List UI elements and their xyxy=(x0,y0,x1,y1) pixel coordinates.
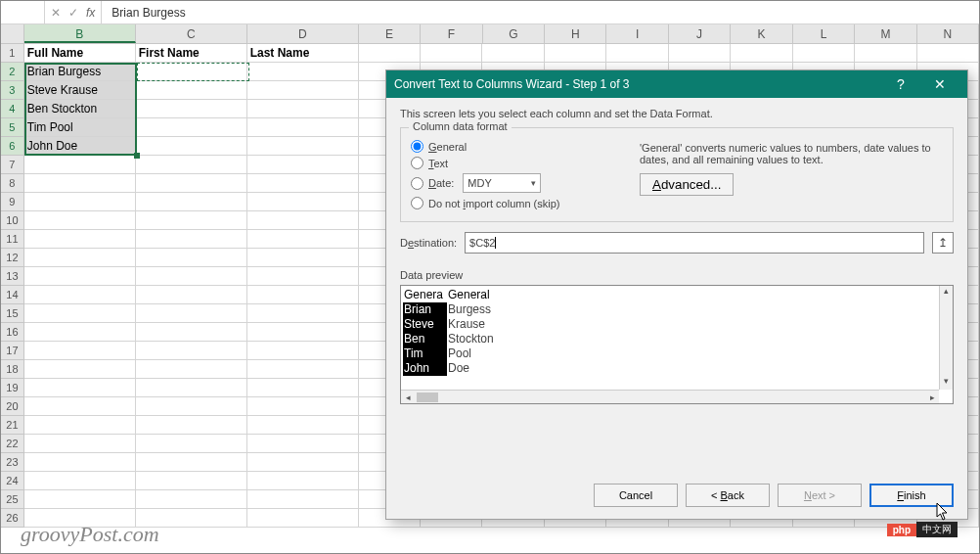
row-header-16[interactable]: 16 xyxy=(1,323,24,342)
range-picker-button[interactable]: ↥ xyxy=(932,232,954,254)
row-header-7[interactable]: 7 xyxy=(1,156,24,174)
cell-B1[interactable]: Full Name xyxy=(24,44,136,63)
cell-rest[interactable] xyxy=(247,397,359,416)
cell-D2[interactable] xyxy=(247,63,359,81)
date-format-select[interactable]: MDY ▾ xyxy=(463,173,541,193)
row-header-15[interactable]: 15 xyxy=(1,304,24,323)
back-button[interactable]: < Back xyxy=(686,484,770,507)
cell-rest[interactable] xyxy=(247,435,359,453)
preview-vscrollbar[interactable]: ▴▾ xyxy=(939,286,953,390)
row-header-21[interactable]: 21 xyxy=(1,416,24,435)
cell-rest[interactable] xyxy=(136,379,247,397)
row-header-3[interactable]: 3 xyxy=(1,81,24,100)
cell-rest[interactable] xyxy=(247,249,359,267)
cell-B3[interactable]: Steve Krause xyxy=(24,81,136,100)
row-header-18[interactable]: 18 xyxy=(1,360,24,379)
scroll-thumb[interactable] xyxy=(417,392,438,402)
finish-button[interactable]: Finish xyxy=(869,484,954,507)
cell-B4[interactable]: Ben Stockton xyxy=(24,100,136,118)
cell-rest[interactable] xyxy=(24,249,136,267)
cell-rest[interactable] xyxy=(136,323,247,342)
radio-date-input[interactable] xyxy=(411,177,423,190)
cell-rest[interactable] xyxy=(247,342,359,360)
cell-rest[interactable] xyxy=(247,193,359,211)
cell-rest[interactable] xyxy=(136,435,247,453)
cell-B2[interactable]: Brian Burgess xyxy=(24,63,136,81)
radio-text[interactable]: Text xyxy=(411,157,636,169)
col-header-J[interactable]: J xyxy=(669,24,731,43)
cell-rest[interactable] xyxy=(136,360,247,379)
cell-rest[interactable] xyxy=(136,453,247,472)
cell-rest[interactable] xyxy=(24,416,136,435)
destination-input[interactable]: $C$2 xyxy=(465,232,924,254)
row-header-4[interactable]: 4 xyxy=(1,100,24,118)
cell-rest[interactable] xyxy=(24,230,136,249)
cell-rest[interactable] xyxy=(136,230,247,249)
cell-rest[interactable] xyxy=(669,44,731,63)
cell-rest[interactable] xyxy=(247,472,359,490)
cell-rest[interactable] xyxy=(24,211,136,230)
cell-D1[interactable]: Last Name xyxy=(247,44,359,63)
col-header-H[interactable]: H xyxy=(545,24,606,43)
col-header-I[interactable]: I xyxy=(606,24,668,43)
cell-rest[interactable] xyxy=(136,397,247,416)
cell-rest[interactable] xyxy=(247,379,359,397)
cell-rest[interactable] xyxy=(24,323,136,342)
cell-rest[interactable] xyxy=(24,435,136,453)
select-all-corner[interactable] xyxy=(1,24,24,43)
cell-rest[interactable] xyxy=(24,453,136,472)
row-header-2[interactable]: 2 xyxy=(1,63,24,81)
cell-rest[interactable] xyxy=(136,472,247,490)
cell-rest[interactable] xyxy=(606,44,668,63)
cell-rest[interactable] xyxy=(247,490,359,509)
cell-rest[interactable] xyxy=(24,472,136,490)
cell-rest[interactable] xyxy=(247,211,359,230)
cell-rest[interactable] xyxy=(136,156,247,174)
cell-rest[interactable] xyxy=(247,323,359,342)
cell-rest[interactable] xyxy=(855,44,916,63)
row-header-10[interactable]: 10 xyxy=(1,211,24,230)
cell-rest[interactable] xyxy=(136,249,247,267)
row-header-9[interactable]: 9 xyxy=(1,193,24,211)
row-header-13[interactable]: 13 xyxy=(1,267,24,286)
col-header-D[interactable]: D xyxy=(247,24,359,43)
cell-rest[interactable] xyxy=(793,44,855,63)
close-button[interactable]: ✕ xyxy=(920,76,959,92)
scroll-right-icon[interactable]: ▸ xyxy=(925,392,939,402)
cell-B5[interactable]: Tim Pool xyxy=(24,118,136,137)
cell-C5[interactable] xyxy=(136,118,247,137)
col-header-M[interactable]: M xyxy=(855,24,916,43)
cell-C2[interactable] xyxy=(136,63,247,81)
row-header-6[interactable]: 6 xyxy=(1,137,24,156)
cell-rest[interactable] xyxy=(482,44,544,63)
scroll-up-icon[interactable]: ▴ xyxy=(944,286,949,300)
fx-icon[interactable]: fx xyxy=(86,6,95,20)
row-header-8[interactable]: 8 xyxy=(1,174,24,193)
cell-rest[interactable] xyxy=(136,267,247,286)
row-header-25[interactable]: 25 xyxy=(1,490,24,509)
cell-rest[interactable] xyxy=(247,509,359,528)
row-header-17[interactable]: 17 xyxy=(1,342,24,360)
row-header-14[interactable]: 14 xyxy=(1,286,24,304)
next-button[interactable]: Next > xyxy=(778,484,862,507)
radio-skip[interactable]: Do not import column (skip) xyxy=(411,197,636,209)
cell-rest[interactable] xyxy=(136,490,247,509)
cell-rest[interactable] xyxy=(24,397,136,416)
cell-rest[interactable] xyxy=(24,490,136,509)
cell-rest[interactable] xyxy=(136,342,247,360)
radio-text-input[interactable] xyxy=(411,157,423,169)
cell-rest[interactable] xyxy=(136,211,247,230)
cell-rest[interactable] xyxy=(24,304,136,323)
col-header-E[interactable]: E xyxy=(359,24,421,43)
cell-rest[interactable] xyxy=(247,453,359,472)
cell-rest[interactable] xyxy=(24,379,136,397)
advanced-button[interactable]: Advanced... xyxy=(640,173,734,196)
cell-rest[interactable] xyxy=(24,342,136,360)
cell-D6[interactable] xyxy=(247,137,359,156)
cell-rest[interactable] xyxy=(247,304,359,323)
row-header-19[interactable]: 19 xyxy=(1,379,24,397)
cell-rest[interactable] xyxy=(917,44,979,63)
cell-D4[interactable] xyxy=(247,100,359,118)
col-header-K[interactable]: K xyxy=(731,24,792,43)
row-header-23[interactable]: 23 xyxy=(1,453,24,472)
